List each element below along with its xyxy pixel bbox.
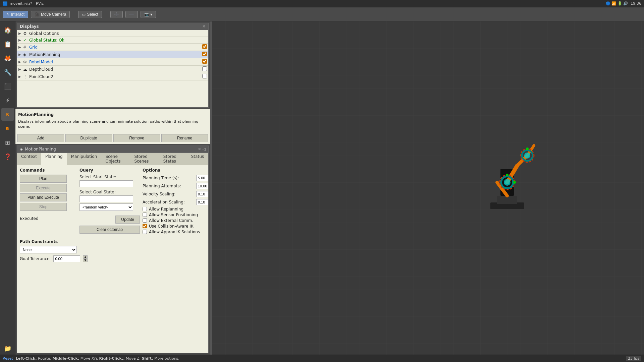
use-collision-aware-ik-row: Use Collision-Aware IK [143,224,208,229]
select-button[interactable]: ▭ Select [78,11,102,18]
viewport-3d[interactable] [212,21,644,355]
display-name-global-options: Global Options [29,31,207,36]
use-collision-aware-ik-checkbox[interactable] [143,224,147,228]
display-icon-motion: ◈ [23,52,29,57]
left-panel: Displays ✕ ▶ ⚙ Global Options ▶ ✓ Global… [15,21,210,355]
sidebar-icon-layers[interactable]: 📋 [1,38,14,50]
display-icon-grid: # [23,45,29,50]
motion-panel-arrow[interactable]: ◁ [203,147,206,152]
stop-button[interactable]: Stop [20,203,67,211]
motion-panel: ◈ MotionPlanning ✕ ◁ Context Planning Ma… [17,145,209,353]
sidebar-icon-bolt[interactable]: ⚡ [1,94,14,107]
motion-panel-header: ◈ MotionPlanning ✕ ◁ [17,146,208,153]
planning-attempts-input[interactable] [196,183,208,189]
plan-button[interactable]: Plan [20,175,67,183]
grid-svg [212,21,644,355]
sidebar-icon-fire[interactable]: 🦊 [1,52,14,64]
display-row-pointcloud[interactable]: ▶ ⋮ PointCloud2 [17,73,208,80]
interact-button[interactable]: ↖ Interact [3,11,28,18]
displays-close-button[interactable]: ✕ [202,24,206,29]
camera-options-button[interactable]: 📷 ▾ [141,11,156,18]
display-row-depthcloud[interactable]: ▶ ☁ DepthCloud [17,66,208,73]
velocity-scaling-input[interactable] [196,191,208,197]
display-row-robotmodel[interactable]: ▶ ⚙ RobotModel [17,58,208,66]
point-checkbox[interactable] [202,74,207,78]
display-row-motionplanning[interactable]: ▶ ◈ MotionPlanning [17,51,208,58]
depth-checkbox[interactable] [202,66,207,71]
tab-stored-states[interactable]: Stored States [159,153,187,165]
sidebar-icon-terminal[interactable]: ⬛ [1,80,14,93]
allow-replanning-checkbox[interactable] [143,207,147,211]
duplicate-button[interactable]: Duplicate [65,134,112,142]
goal-state-input[interactable] [79,195,133,202]
motion-checkbox[interactable] [202,52,207,56]
expand-icon-6[interactable]: ▶ [18,67,23,71]
update-button[interactable]: Update [115,216,140,224]
sidebar-icon-home[interactable]: 🏠 [1,23,14,36]
tab-status[interactable]: Status [187,153,208,165]
description-text: Displays information about a planning sc… [18,119,207,129]
sidebar-icon-rviz2[interactable]: Ri [1,122,14,135]
display-row-global-status[interactable]: ▶ ✓ Global Status: Ok [17,37,208,44]
goal-tolerance-spinner: ▲ ▼ [83,255,88,262]
path-constraints-select[interactable]: None [20,246,77,253]
remove-button[interactable]: Remove [113,134,160,142]
sidebar-icon-tool[interactable]: 🔧 [1,66,14,78]
use-collision-aware-ik-label: Use Collision-Aware IK [149,224,194,229]
grid-checkbox[interactable] [202,44,207,49]
clear-octomap-button[interactable]: Clear octomap [79,226,140,234]
display-row-global-options[interactable]: ▶ ⚙ Global Options [17,30,208,37]
display-row-grid[interactable]: ▶ # Grid [17,44,208,51]
tab-stored-scenes[interactable]: Stored Scenes [130,153,159,165]
execute-button[interactable]: Execute [20,184,67,192]
displays-panel-title: Displays [20,24,39,29]
svg-rect-0 [212,21,644,355]
planning-time-input[interactable] [196,175,208,181]
expand-icon-3[interactable]: ▶ [18,45,23,49]
expand-icon[interactable]: ▶ [18,32,23,35]
tab-context[interactable]: Context [17,153,41,165]
display-name-motion: MotionPlanning [29,52,202,57]
rename-button[interactable]: Rename [161,134,208,142]
expand-icon-5[interactable]: ▶ [18,60,23,64]
goal-state-select[interactable]: <random valid> [79,203,133,211]
display-name-point: PointCloud2 [29,74,202,79]
goal-tolerance-input[interactable] [53,255,80,262]
add-tool-button[interactable]: ➕ [110,11,123,18]
velocity-scaling-label: Velocity Scaling: [143,192,196,196]
svg-point-15 [513,181,516,184]
allow-approx-ik-checkbox[interactable] [143,230,147,234]
motion-panel-close[interactable]: ✕ [198,147,201,152]
plan-execute-button[interactable]: Plan and Execute [20,193,67,201]
allow-external-comm-checkbox[interactable] [143,218,147,223]
sidebar-icon-files[interactable]: 📁 [1,342,14,355]
sidebar-icon-help[interactable]: ❓ [1,150,14,163]
allow-sensor-positioning-checkbox[interactable] [143,213,147,217]
expand-icon-2[interactable]: ▶ [18,38,23,42]
window-title: moveit.rviz* - RViz [10,1,44,6]
expand-icon-4[interactable]: ▶ [18,53,23,56]
system-icons: 🔵 📶 🔋 🔊 [606,1,628,6]
minus-tool-button[interactable]: ➖ [125,11,138,18]
robot-checkbox[interactable] [202,59,207,64]
sidebar-icon-grid[interactable]: ⊞ [1,136,14,149]
point-checkbox-wrap [202,74,207,79]
tab-scene-objects[interactable]: Scene Objects [101,153,130,165]
planning-attempts-row: Planning Attempts: ▲ ▼ [143,183,208,189]
tabs: Context Planning Manipulation Scene Obje… [17,153,208,165]
tab-manipulation[interactable]: Manipulation [67,153,102,165]
commands-title: Commands [20,168,77,173]
start-state-label: Select Start State: [79,175,140,179]
move-camera-button[interactable]: 🎥 Move Camera [31,11,70,18]
acceleration-scaling-input[interactable] [196,199,208,205]
sidebar-icon-rviz[interactable]: R [1,108,14,121]
add-button[interactable]: Add [17,134,64,142]
start-state-input[interactable] [79,180,133,187]
titlebar: 🟦 moveit.rviz* - RViz 🔵 📶 🔋 🔊 19:36 [0,0,644,7]
grid-checkbox-wrap [202,44,207,50]
tolerance-down[interactable]: ▼ [83,259,88,262]
reset-button[interactable]: Reset [3,356,13,361]
tab-planning[interactable]: Planning [41,153,67,165]
tolerance-up[interactable]: ▲ [83,255,88,259]
expand-icon-7[interactable]: ▶ [18,75,23,78]
